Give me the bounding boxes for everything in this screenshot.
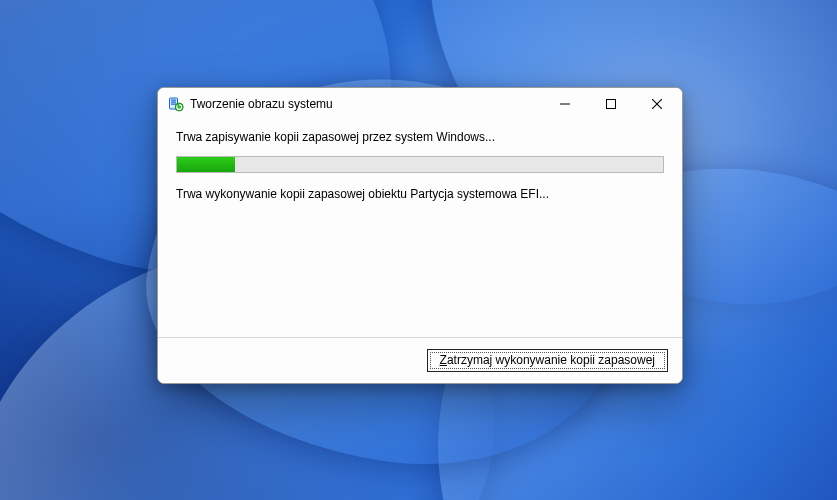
backup-progress-bar	[176, 156, 664, 173]
backup-restore-icon	[168, 96, 184, 112]
stop-button-label-rest: atrzymaj wykonywanie kopii zapasowej	[447, 353, 655, 367]
maximize-button[interactable]	[588, 88, 634, 120]
window-controls	[542, 88, 680, 120]
backup-progress-fill	[177, 157, 235, 172]
dialog-footer: Zatrzymaj wykonywanie kopii zapasowej	[158, 337, 682, 383]
minimize-button[interactable]	[542, 88, 588, 120]
stop-backup-button[interactable]: Zatrzymaj wykonywanie kopii zapasowej	[427, 349, 668, 372]
dialog-content: Trwa zapisywanie kopii zapasowej przez s…	[158, 120, 682, 337]
close-button[interactable]	[634, 88, 680, 120]
svg-rect-3	[171, 104, 176, 105]
window-title: Tworzenie obrazu systemu	[190, 97, 542, 111]
backup-detail-text: Trwa wykonywanie kopii zapasowej obiektu…	[176, 187, 664, 201]
svg-rect-1	[171, 100, 176, 101]
svg-rect-6	[607, 100, 616, 109]
stop-button-mnemonic: Z	[440, 353, 447, 367]
svg-rect-2	[171, 102, 176, 103]
titlebar[interactable]: Tworzenie obrazu systemu	[158, 88, 682, 120]
backup-status-text: Trwa zapisywanie kopii zapasowej przez s…	[176, 130, 664, 144]
system-image-backup-dialog: Tworzenie obrazu systemu Trwa zapisywani…	[157, 87, 683, 384]
